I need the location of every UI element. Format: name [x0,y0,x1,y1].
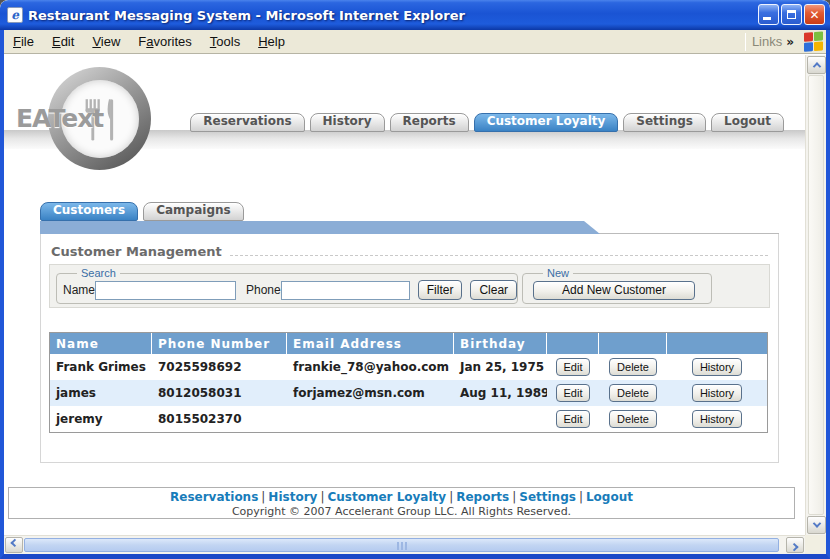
page-content: EAText [4,55,805,535]
history-button[interactable]: History [692,384,742,402]
tab-customers[interactable]: Customers [40,202,138,221]
phone-input[interactable] [281,281,410,300]
history-button[interactable]: History [692,358,742,376]
cell-name: Frank Grimes [50,354,152,380]
horizontal-scrollbar-thumb[interactable] [24,538,779,552]
cell-email: frankie_78@yahoo.com [287,354,454,380]
col-header-birthday: Birthday [454,333,547,354]
history-button[interactable]: History [692,410,742,428]
delete-button[interactable]: Delete [609,358,657,376]
delete-button[interactable]: Delete [609,384,657,402]
footer-link-history[interactable]: History [268,490,317,504]
add-new-customer-button[interactable]: Add New Customer [533,281,695,300]
nav-tab-customer-loyalty[interactable]: Customer Loyalty [474,113,619,132]
filter-button[interactable]: Filter [418,280,463,300]
cell-phone: 7025598692 [152,354,287,380]
thumb-grip-icon [397,542,407,550]
menu-bar: File Edit View Favorites Tools Help Link… [4,30,826,54]
copyright-text: Copyright © 2007 Accelerant Group LLC. A… [9,505,794,518]
nav-tab-history[interactable]: History [310,113,385,132]
col-header-email: Email Address [287,333,454,354]
window-title: Restaurant Messaging System - Microsoft … [28,8,465,23]
scroll-up-button[interactable] [807,56,826,74]
nav-tab-logout[interactable]: Logout [711,113,784,132]
vertical-scrollbar-thumb[interactable] [808,75,824,515]
col-header-delete [599,333,667,354]
close-icon: ✕ [809,9,819,21]
footer-link-customer-loyalty[interactable]: Customer Loyalty [327,490,446,504]
browser-viewport: EAText [4,55,826,554]
col-header-name: Name [50,333,152,354]
cell-phone: 8012058031 [152,380,287,406]
minimize-icon [763,17,771,20]
table-row: Frank Grimes 7025598692 frankie_78@yahoo… [50,354,767,380]
edit-button[interactable]: Edit [556,410,591,428]
edit-button[interactable]: Edit [556,358,591,376]
scroll-down-button[interactable] [807,516,826,534]
scroll-left-button[interactable] [5,537,23,553]
cell-email [287,406,454,432]
window-frame: File Edit View Favorites Tools Help Link… [0,30,830,559]
search-panel: Search Name Phone Filter Clear N [49,264,770,308]
windows-logo-icon [804,31,824,52]
customer-management-panel: Customer Management Search Name Phone Fi [40,234,779,463]
nav-tab-settings[interactable]: Settings [623,113,706,132]
cell-name: james [50,380,152,406]
table-row: james 8012058031 forjamez@msn.com Aug 11… [50,380,767,406]
search-legend: Search [77,267,120,279]
cell-birthday: Jan 25, 1975 [454,354,547,380]
cell-birthday: Aug 11, 1989 [454,380,547,406]
delete-button[interactable]: Delete [609,410,657,428]
scrollbar-corner [805,535,826,554]
menu-tools[interactable]: Tools [201,32,249,51]
menu-help[interactable]: Help [249,32,294,51]
vertical-scrollbar[interactable] [805,55,826,535]
cell-email: forjamez@msn.com [287,380,454,406]
customers-table: Name Phone Number Email Address Birthday… [49,332,768,433]
menu-edit[interactable]: Edit [43,32,83,51]
footer-separator: | [320,490,324,504]
footer-link-reports[interactable]: Reports [456,490,509,504]
cell-phone: 8015502370 [152,406,287,432]
footer-link-settings[interactable]: Settings [519,490,576,504]
cell-birthday [454,406,547,432]
chevron-expand-icon[interactable]: » [786,35,794,49]
scroll-right-button[interactable] [786,537,804,553]
horizontal-scrollbar[interactable] [4,535,805,554]
col-header-phone: Phone Number [152,333,287,354]
minimize-button[interactable] [758,4,779,25]
search-fieldset: Search Name Phone Filter Clear [56,267,518,304]
chevron-down-icon [812,519,820,527]
maximize-button[interactable] [781,4,802,25]
nav-tab-reservations[interactable]: Reservations [190,113,304,132]
new-fieldset: New Add New Customer [522,267,712,304]
edit-button[interactable]: Edit [556,384,591,402]
menu-file[interactable]: File [4,32,43,51]
section-title: Customer Management [51,244,222,259]
dashed-divider [230,255,768,256]
clear-button[interactable]: Clear [470,280,517,300]
chevron-left-icon [10,539,18,547]
col-header-history [667,333,767,354]
links-toolbar[interactable]: Links [752,34,782,49]
name-label: Name [63,283,95,297]
col-header-edit [547,333,599,354]
footer-link-reservations[interactable]: Reservations [170,490,258,504]
footer-link-logout[interactable]: Logout [586,490,633,504]
title-bar: e Restaurant Messaging System - Microsof… [0,0,830,30]
chevron-right-icon [790,543,798,551]
name-input[interactable] [95,281,236,300]
nav-tab-reports[interactable]: Reports [390,113,469,132]
footer-separator: | [261,490,265,504]
menu-favorites[interactable]: Favorites [129,32,200,51]
menu-view[interactable]: View [83,32,129,51]
tab-campaigns[interactable]: Campaigns [143,202,243,221]
close-button[interactable]: ✕ [804,4,825,25]
sub-tabs: Customers Campaigns [40,202,244,221]
browser-window: e Restaurant Messaging System - Microsof… [0,0,830,559]
footer-links: Reservations|History|Customer Loyalty|Re… [9,490,794,504]
table-row: jeremy 8015502370 Edit Delete History [50,406,767,432]
ie-document-icon: e [7,7,23,23]
menu-separator [745,33,746,51]
accent-bar [40,221,600,234]
